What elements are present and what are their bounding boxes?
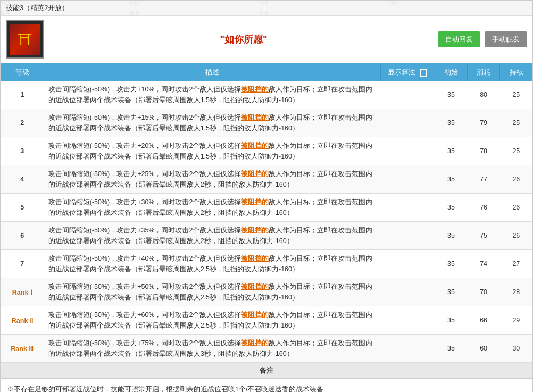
title-text: 技能3（精英2开放） xyxy=(6,4,69,12)
table-row: 2攻击间隔缩短(-50%)，攻击力+15%，同时攻击2个敌人但仅选择被阻挡的敌人… xyxy=(1,109,532,137)
cell-desc: 攻击间隔缩短(-50%)，攻击力+35%，同时攻击2个敌人但仅选择被阻挡的敌人作… xyxy=(44,222,381,250)
cell-cost: 80 xyxy=(468,81,500,109)
cell-level: 3 xyxy=(1,137,44,165)
cell-display xyxy=(380,250,435,278)
desc-text-highlight: 被阻挡的 xyxy=(241,170,269,178)
skill-name: "如你所愿" xyxy=(49,33,438,46)
cell-cost: 78 xyxy=(468,137,500,165)
cell-cost: 74 xyxy=(468,250,500,278)
cell-desc: 攻击间隔缩短(-50%)，攻击力+20%，同时攻击2个敌人但仅选择被阻挡的敌人作… xyxy=(44,137,381,165)
desc-text-normal: 攻击间隔缩短(-50%)，攻击力+40%，同时攻击2个敌人但仅选择 xyxy=(48,255,241,262)
cell-dur: 29 xyxy=(500,306,532,335)
cell-level: 5 xyxy=(1,194,44,222)
skill-buttons: 自动回复 手动触发 xyxy=(438,31,527,47)
auto-trigger-button[interactable]: 自动回复 xyxy=(438,31,480,47)
table-row: 5攻击间隔缩短(-50%)，攻击力+30%，同时攻击2个敌人但仅选择被阻挡的敌人… xyxy=(1,194,532,222)
desc-text-highlight: 被阻挡的 xyxy=(241,86,269,93)
col-display: 显示算法 xyxy=(380,64,435,81)
cell-level: 4 xyxy=(1,165,44,194)
main-container: 技能3（精英2开放） M M M M M M M "如你所愿" 自动回复 手动触… xyxy=(0,0,533,392)
cell-desc: 攻击间隔缩短(-50%)，攻击力+50%，同时攻击2个敌人但仅选择被阻挡的敌人作… xyxy=(44,278,381,306)
col-display-label: 显示算法 xyxy=(388,68,415,76)
cell-init: 35 xyxy=(435,109,467,137)
title-bar: 技能3（精英2开放） M M M M M M M xyxy=(1,1,532,16)
cell-init: 35 xyxy=(435,306,467,335)
table-row: 1攻击间隔缩短(-50%)，攻击力+10%，同时攻击2个敌人但仅选择被阻挡的敌人… xyxy=(1,81,532,109)
cell-display xyxy=(380,306,435,335)
cell-display xyxy=(380,278,435,306)
cell-desc: 攻击间隔缩短(-50%)，攻击力+75%，同时攻击2个敌人但仅选择被阻挡的敌人作… xyxy=(44,335,381,363)
cell-desc: 攻击间隔缩短(-50%)，攻击力+60%，同时攻击2个敌人但仅选择被阻挡的敌人作… xyxy=(44,306,381,335)
desc-text-normal: 攻击间隔缩短(-50%)，攻击力+20%，同时攻击2个敌人但仅选择 xyxy=(48,142,241,149)
cell-cost: 60 xyxy=(468,335,500,363)
desc-text-normal: 攻击间隔缩短(-50%)，攻击力+50%，同时攻击2个敌人但仅选择 xyxy=(48,283,241,290)
cell-dur: 26 xyxy=(500,222,532,250)
cell-init: 35 xyxy=(435,194,467,222)
table-header-row: 等级 描述 显示算法 初始 消耗 持续 xyxy=(1,64,532,81)
cell-dur: 25 xyxy=(500,109,532,137)
cell-dur: 25 xyxy=(500,81,532,109)
cell-level: Rank Ⅱ xyxy=(1,306,44,335)
col-level: 等级 xyxy=(1,64,44,81)
cell-dur: 26 xyxy=(500,194,532,222)
cell-display xyxy=(380,194,435,222)
desc-text-highlight: 被阻挡的 xyxy=(241,339,269,347)
cell-cost: 66 xyxy=(468,306,500,335)
desc-text-highlight: 被阻挡的 xyxy=(241,255,269,262)
col-desc: 描述 xyxy=(44,64,381,81)
note-line-1: ※不存在足够的可部署近战位时，技能可照常开启，根据剩余的近战位召唤1个/不召唤迷… xyxy=(7,383,526,392)
table-row: 6攻击间隔缩短(-50%)，攻击力+35%，同时攻击2个敌人但仅选择被阻挡的敌人… xyxy=(1,222,532,250)
cell-dur: 28 xyxy=(500,278,532,306)
cell-desc: 攻击间隔缩短(-50%)，攻击力+10%，同时攻击2个敌人但仅选择被阻挡的敌人作… xyxy=(44,81,381,109)
desc-text-highlight: 被阻挡的 xyxy=(241,142,269,149)
desc-text-highlight: 被阻挡的 xyxy=(241,283,269,290)
cell-init: 35 xyxy=(435,335,467,363)
skill-header: "如你所愿" 自动回复 手动触发 xyxy=(1,16,532,64)
desc-text-highlight: 被阻挡的 xyxy=(241,227,269,234)
cell-level: 1 xyxy=(1,81,44,109)
cell-display xyxy=(380,137,435,165)
skill-table: 等级 描述 显示算法 初始 消耗 持续 1攻击间隔缩短(-50%)，攻击力+10… xyxy=(1,64,532,363)
cell-desc: 攻击间隔缩短(-50%)，攻击力+40%，同时攻击2个敌人但仅选择被阻挡的敌人作… xyxy=(44,250,381,278)
cell-level: 6 xyxy=(1,222,44,250)
desc-text-normal: 攻击间隔缩短(-50%)，攻击力+25%，同时攻击2个敌人但仅选择 xyxy=(48,170,241,178)
desc-text-normal: 攻击间隔缩短(-50%)，攻击力+60%，同时攻击2个敌人但仅选择 xyxy=(48,311,241,319)
cell-dur: 27 xyxy=(500,250,532,278)
display-checkbox[interactable] xyxy=(420,69,427,77)
cell-init: 35 xyxy=(435,222,467,250)
desc-text-normal: 攻击间隔缩短(-50%)，攻击力+35%，同时攻击2个敌人但仅选择 xyxy=(48,227,241,234)
cell-display xyxy=(380,81,435,109)
cell-dur: 26 xyxy=(500,165,532,194)
table-row: 3攻击间隔缩短(-50%)，攻击力+20%，同时攻击2个敌人但仅选择被阻挡的敌人… xyxy=(1,137,532,165)
cell-dur: 30 xyxy=(500,335,532,363)
cell-cost: 76 xyxy=(468,194,500,222)
cell-display xyxy=(380,109,435,137)
notes-body: ※不存在足够的可部署近战位时，技能可照常开启，根据剩余的近战位召唤1个/不召唤迷… xyxy=(1,379,532,392)
cell-level: Rank Ⅲ xyxy=(1,335,44,363)
desc-text-highlight: 被阻挡的 xyxy=(241,198,269,206)
cell-display xyxy=(380,165,435,194)
cell-cost: 75 xyxy=(468,222,500,250)
cell-level: 7 xyxy=(1,250,44,278)
cell-cost: 70 xyxy=(468,278,500,306)
cell-desc: 攻击间隔缩短(-50%)，攻击力+15%，同时攻击2个敌人但仅选择被阻挡的敌人作… xyxy=(44,109,381,137)
cell-desc: 攻击间隔缩短(-50%)，攻击力+25%，同时攻击2个敌人但仅选择被阻挡的敌人作… xyxy=(44,165,381,194)
cell-level: 2 xyxy=(1,109,44,137)
desc-text-normal: 攻击间隔缩短(-50%)，攻击力+30%，同时攻击2个敌人但仅选择 xyxy=(48,198,241,206)
col-init: 初始 xyxy=(435,64,467,81)
cell-display xyxy=(380,222,435,250)
notes-header: 备注 xyxy=(1,363,532,379)
table-row: Rank Ⅱ攻击间隔缩短(-50%)，攻击力+60%，同时攻击2个敌人但仅选择被… xyxy=(1,306,532,335)
cell-init: 35 xyxy=(435,81,467,109)
title-watermark: M M M M M M M xyxy=(1,1,532,15)
col-cost: 消耗 xyxy=(468,64,500,81)
cell-init: 35 xyxy=(435,250,467,278)
cell-level: Rank Ⅰ xyxy=(1,278,44,306)
desc-text-highlight: 被阻挡的 xyxy=(241,311,269,319)
cell-desc: 攻击间隔缩短(-50%)，攻击力+30%，同时攻击2个敌人但仅选择被阻挡的敌人作… xyxy=(44,194,381,222)
manual-trigger-button[interactable]: 手动触发 xyxy=(485,31,527,47)
col-dur: 持续 xyxy=(500,64,532,81)
cell-dur: 25 xyxy=(500,137,532,165)
table-row: Rank Ⅰ攻击间隔缩短(-50%)，攻击力+50%，同时攻击2个敌人但仅选择被… xyxy=(1,278,532,306)
table-body: 1攻击间隔缩短(-50%)，攻击力+10%，同时攻击2个敌人但仅选择被阻挡的敌人… xyxy=(1,81,532,363)
